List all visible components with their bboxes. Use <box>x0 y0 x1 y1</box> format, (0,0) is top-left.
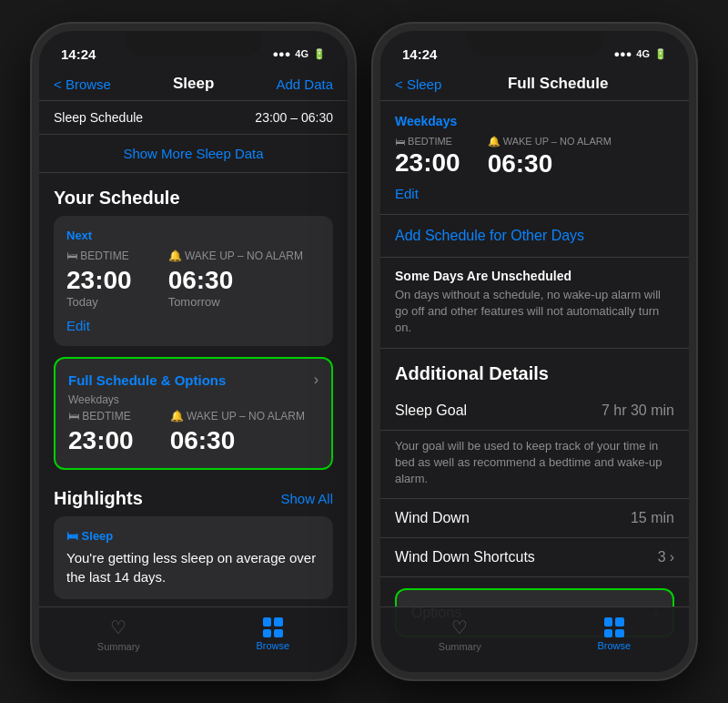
full-bedtime-sub: 🛏 BEDTIME <box>68 410 134 423</box>
left-phone: 14:24 ●●● 4G 🔋 < Browse Sleep Add Data S… <box>32 24 355 679</box>
weekdays-bedtime-sub: 🛏 BEDTIME <box>395 136 460 147</box>
wind-down-shortcuts-label: Wind Down Shortcuts <box>395 549 535 565</box>
full-schedule-sub: Weekdays <box>68 393 318 406</box>
sleep-goal-label: Sleep Goal <box>395 402 467 419</box>
right-browse-tab[interactable]: Browse <box>598 617 632 651</box>
unscheduled-title: Some Days Are Unscheduled <box>395 269 674 283</box>
full-schedule-time-row: 🛏 BEDTIME 23:00 🔔 WAKE UP – NO ALARM 06:… <box>68 410 318 455</box>
left-add-data-button[interactable]: Add Data <box>276 76 333 92</box>
weekdays-wakeup-sub: 🔔 WAKE UP – NO ALARM <box>488 136 612 148</box>
grid-icon <box>263 617 283 637</box>
signal-text: ●●● <box>272 48 290 59</box>
sleep-schedule-value: 23:00 – 06:30 <box>255 110 333 125</box>
right-tab-bar: ♡ Summary Browse <box>380 606 689 672</box>
battery-icon: 🔋 <box>313 48 326 60</box>
next-wakeup-sub: 🔔 WAKE UP – NO ALARM <box>168 250 303 262</box>
weekdays-wakeup-block: 🔔 WAKE UP – NO ALARM 06:30 <box>488 136 612 178</box>
highlight-sleep-card: 🛏 Sleep You're getting less sleep on ave… <box>54 516 333 599</box>
left-schedule-header: Sleep Schedule 23:00 – 06:30 <box>39 101 348 135</box>
full-wakeup-sub: 🔔 WAKE UP – NO ALARM <box>170 410 305 423</box>
show-more-sleep-data-button[interactable]: Show More Sleep Data <box>39 135 348 173</box>
full-schedule-chevron: › <box>314 372 318 388</box>
sleep-goal-note-text: Your goal will be used to keep track of … <box>395 438 674 488</box>
full-wakeup: 06:30 <box>170 426 305 455</box>
weekdays-edit-button[interactable]: Edit <box>395 186 674 201</box>
full-bedtime: 23:00 <box>68 426 134 455</box>
next-label: Next <box>66 229 320 242</box>
your-schedule-title: Your Schedule <box>39 173 348 216</box>
weekdays-label: Weekdays <box>395 114 674 128</box>
shortcuts-chevron: › <box>670 549 674 565</box>
next-bedtime-block: 🛏 BEDTIME 23:00 Today <box>66 250 132 309</box>
right-battery-icon: 🔋 <box>654 48 667 60</box>
next-wakeup-block: 🔔 WAKE UP – NO ALARM 06:30 Tomorrow <box>168 250 303 309</box>
left-summary-tab[interactable]: ♡ Summary <box>97 616 140 652</box>
right-nav-title: Full Schedule <box>508 75 609 93</box>
unscheduled-text: On days without a schedule, no wake-up a… <box>395 287 674 337</box>
sleep-goal-note: Your goal will be used to keep track of … <box>380 431 689 500</box>
right-nav-bar: < Sleep Full Schedule <box>380 71 689 101</box>
wind-down-value: 15 min <box>631 510 674 526</box>
next-edit-button[interactable]: Edit <box>66 318 320 333</box>
add-schedule-button[interactable]: Add Schedule for Other Days <box>380 215 689 258</box>
wind-down-shortcuts-row[interactable]: Wind Down Shortcuts 3 › <box>380 538 689 577</box>
unscheduled-section: Some Days Are Unscheduled On days withou… <box>380 258 689 349</box>
weekdays-bedtime-block: 🛏 BEDTIME 23:00 <box>395 136 460 178</box>
right-back-button[interactable]: < Sleep <box>395 76 441 92</box>
weekdays-bedtime: 23:00 <box>395 148 460 178</box>
right-phone: 14:24 ●●● 4G 🔋 < Sleep Full Schedule Wee… <box>373 24 696 679</box>
full-schedule-link-row: Full Schedule & Options › <box>68 372 318 388</box>
wind-down-shortcuts-value: 3 › <box>658 549 674 565</box>
sleep-schedule-label: Sleep Schedule <box>54 110 143 125</box>
next-bedtime: 23:00 <box>66 266 132 295</box>
next-time-row: 🛏 BEDTIME 23:00 Today 🔔 WAKE UP – NO ALA… <box>66 250 320 309</box>
right-browse-tab-label: Browse <box>598 640 632 651</box>
left-back-button[interactable]: < Browse <box>54 76 111 92</box>
left-nav-title: Sleep <box>173 75 214 93</box>
weekdays-time-row: 🛏 BEDTIME 23:00 🔔 WAKE UP – NO ALARM 06:… <box>395 136 674 178</box>
next-bedtime-date: Today <box>66 295 132 309</box>
right-grid-icon <box>604 617 624 637</box>
full-schedule-link[interactable]: Full Schedule & Options <box>68 372 226 388</box>
heart-icon: ♡ <box>110 616 126 638</box>
next-wakeup: 06:30 <box>168 266 303 295</box>
left-status-icons: ●●● 4G 🔋 <box>272 48 326 60</box>
right-status-icons: ●●● 4G 🔋 <box>613 48 667 60</box>
full-bedtime-block: 🛏 BEDTIME 23:00 <box>68 410 134 455</box>
full-wakeup-block: 🔔 WAKE UP – NO ALARM 06:30 <box>170 410 305 455</box>
right-status-time: 14:24 <box>402 46 437 62</box>
left-nav-bar: < Browse Sleep Add Data <box>39 71 348 101</box>
right-heart-icon: ♡ <box>451 616 468 638</box>
right-network-type: 4G <box>636 48 650 59</box>
show-all-button[interactable]: Show All <box>280 491 333 506</box>
right-summary-tab-label: Summary <box>439 641 481 652</box>
highlight-sleep-label: 🛏 Sleep <box>66 529 320 543</box>
right-signal-text: ●●● <box>613 48 632 59</box>
highlight-sleep-text: You're getting less sleep on average ove… <box>66 548 320 586</box>
right-notch <box>467 31 603 56</box>
network-type: 4G <box>295 48 308 59</box>
weekdays-wakeup: 06:30 <box>488 149 612 178</box>
left-browse-tab[interactable]: Browse <box>257 617 290 651</box>
left-tab-bar: ♡ Summary Browse <box>39 606 348 672</box>
highlights-title: Highlights <box>54 488 143 509</box>
wind-down-label: Wind Down <box>395 510 470 526</box>
browse-tab-label: Browse <box>257 640 290 651</box>
highlights-header: Highlights Show All <box>39 481 348 516</box>
next-schedule-card: Next 🛏 BEDTIME 23:00 Today 🔔 WAKE UP – N… <box>54 216 333 346</box>
next-wakeup-date: Tomorrow <box>168 295 303 309</box>
sleep-goal-value: 7 hr 30 min <box>602 402 674 419</box>
full-schedule-card[interactable]: Full Schedule & Options › Weekdays 🛏 BED… <box>54 357 333 470</box>
left-status-time: 14:24 <box>61 46 96 62</box>
additional-details-title: Additional Details <box>380 349 689 392</box>
weekdays-section: Weekdays 🛏 BEDTIME 23:00 🔔 WAKE UP – NO … <box>380 101 689 215</box>
right-summary-tab[interactable]: ♡ Summary <box>439 616 481 652</box>
summary-tab-label: Summary <box>97 641 140 652</box>
sleep-goal-row: Sleep Goal 7 hr 30 min <box>380 392 689 431</box>
next-bedtime-sub: 🛏 BEDTIME <box>66 250 132 262</box>
wind-down-row: Wind Down 15 min <box>380 499 689 538</box>
left-notch <box>126 31 262 56</box>
